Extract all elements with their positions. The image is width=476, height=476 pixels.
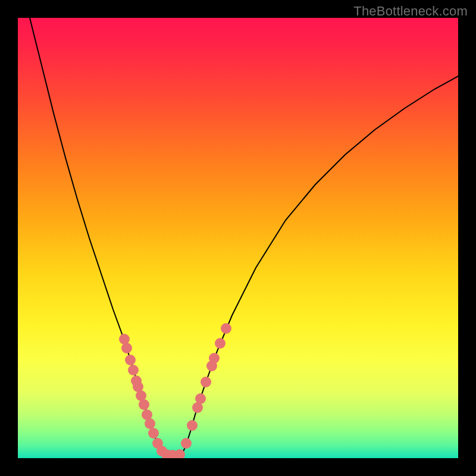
data-marker: [145, 418, 155, 429]
data-marker: [187, 420, 198, 431]
data-marker: [125, 355, 136, 365]
right-curve: [181, 76, 458, 455]
data-marker: [181, 438, 192, 449]
data-marker: [128, 365, 139, 375]
data-marker: [121, 343, 132, 353]
curves-svg: [18, 18, 458, 458]
marker-group: [119, 323, 231, 458]
plot-area: [18, 18, 458, 458]
data-marker: [195, 393, 206, 404]
data-marker: [215, 338, 226, 349]
watermark-text: TheBottleneck.com: [353, 4, 468, 19]
data-marker: [209, 353, 220, 364]
data-marker: [148, 428, 159, 439]
data-marker: [201, 377, 211, 387]
data-marker: [221, 323, 231, 334]
data-marker: [139, 399, 149, 410]
left-curve: [30, 18, 164, 455]
